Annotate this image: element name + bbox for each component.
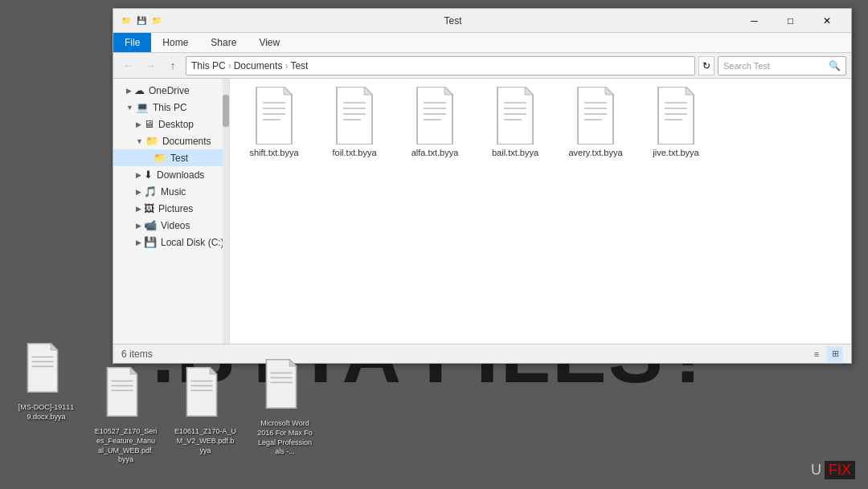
title-controls: ─ □ ✕ bbox=[736, 9, 845, 33]
svg-marker-13 bbox=[444, 87, 452, 95]
folder2-icon: 📁 bbox=[150, 14, 163, 27]
sidebar-label-desktop: Desktop bbox=[158, 119, 194, 130]
sidebar-label-downloads: Downloads bbox=[157, 169, 204, 181]
arrow-icon: ▶ bbox=[136, 171, 141, 179]
svg-marker-52 bbox=[289, 360, 296, 366]
music-icon: 🎵 bbox=[144, 185, 157, 198]
sidebar-item-pictures[interactable]: ▶ 🖼 Pictures bbox=[113, 200, 229, 217]
desktop-icon: 🖥 bbox=[144, 118, 154, 130]
thispc-icon: 💻 bbox=[136, 101, 149, 113]
arrow-icon: ▶ bbox=[136, 222, 141, 230]
search-box[interactable]: Search Test 🔍 bbox=[718, 56, 846, 75]
svg-marker-51 bbox=[266, 360, 296, 409]
bottom-file-item[interactable]: Microsoft Word2016 For Max FoLegal Profe… bbox=[251, 359, 319, 465]
sidebar-item-onedrive[interactable]: ▶ ☁ OneDrive bbox=[113, 82, 229, 99]
scrollbar-track[interactable] bbox=[223, 79, 229, 344]
files-area: shift.txt.byya foil.txt.byya bbox=[230, 79, 851, 344]
tab-file[interactable]: File bbox=[113, 33, 151, 52]
refresh-button[interactable]: ↻ bbox=[698, 56, 714, 75]
file-icon bbox=[329, 87, 380, 145]
sidebar: ▶ ☁ OneDrive ▼ 💻 This PC ▶ 🖥 Desktop ▼ 📁 bbox=[113, 79, 230, 344]
watermark: U FIX bbox=[811, 461, 855, 479]
file-item[interactable]: avery.txt.byya bbox=[559, 87, 632, 158]
videos-icon: 📹 bbox=[144, 219, 157, 231]
sidebar-item-downloads[interactable]: ▶ ⬇ Downloads bbox=[113, 166, 229, 183]
sidebar-item-localdisk[interactable]: ▶ 💾 Local Disk (C:) bbox=[113, 234, 229, 251]
file-name: avery.txt.byya bbox=[568, 147, 622, 158]
maximize-button[interactable]: □ bbox=[772, 9, 809, 33]
svg-marker-41 bbox=[107, 368, 137, 417]
title-bar: 📁 💾 📁 Test ─ □ ✕ bbox=[113, 9, 851, 33]
file-name: [MS-DOC]-191119.docx.byya bbox=[18, 403, 75, 422]
svg-marker-18 bbox=[497, 87, 533, 145]
file-icon bbox=[180, 367, 231, 425]
svg-marker-7 bbox=[364, 87, 372, 95]
bottom-file-item[interactable]: E10611_Z170-A_UM_V2_WEB.pdf.byya bbox=[171, 367, 240, 465]
bottom-file-item[interactable]: [MS-DOC]-191119.docx.byya bbox=[12, 343, 80, 465]
tab-view[interactable]: View bbox=[248, 33, 291, 52]
file-icon bbox=[489, 87, 541, 145]
address-bar[interactable]: This PC › Documents › Test bbox=[186, 56, 695, 75]
documents-icon: 📁 bbox=[145, 135, 158, 147]
svg-marker-36 bbox=[27, 344, 57, 393]
test-folder-icon: 📁 bbox=[154, 152, 166, 164]
downloads-icon: ⬇ bbox=[144, 169, 153, 181]
bottom-file-item[interactable]: E10527_Z170_Series_Feature_Manual_UM_WEB… bbox=[92, 367, 160, 465]
svg-marker-31 bbox=[686, 87, 694, 95]
arrow-icon: ▶ bbox=[136, 120, 141, 128]
minimize-button[interactable]: ─ bbox=[736, 9, 772, 33]
file-name: jive.txt.byya bbox=[653, 147, 698, 158]
search-icon: 🔍 bbox=[829, 60, 841, 71]
address-part1: This PC bbox=[191, 60, 226, 71]
search-placeholder: Search Test bbox=[723, 61, 770, 71]
arrow-icon: ▶ bbox=[126, 87, 132, 95]
file-name: E10611_Z170-A_UM_V2_WEB.pdf.byya bbox=[174, 427, 236, 455]
file-item[interactable]: bail.txt.byya bbox=[479, 87, 551, 158]
file-name: foil.txt.byya bbox=[332, 147, 376, 158]
sidebar-scroll: ▶ ☁ OneDrive ▼ 💻 This PC ▶ 🖥 Desktop ▼ 📁 bbox=[113, 82, 229, 344]
scrollbar-thumb[interactable] bbox=[223, 95, 229, 127]
close-button[interactable]: ✕ bbox=[809, 9, 845, 33]
pictures-icon: 🖼 bbox=[144, 202, 154, 214]
up-button[interactable]: ↑ bbox=[163, 56, 182, 75]
sidebar-label-documents: Documents bbox=[162, 136, 211, 147]
file-item[interactable]: alfa.txt.byya bbox=[399, 87, 471, 158]
svg-marker-19 bbox=[525, 87, 533, 95]
ribbon-tabs: File Home Share View bbox=[113, 33, 851, 52]
sidebar-item-videos[interactable]: ▶ 📹 Videos bbox=[113, 217, 229, 234]
onedrive-icon: ☁ bbox=[134, 84, 145, 96]
sidebar-item-test[interactable]: ▶ 📁 Test bbox=[113, 149, 229, 166]
toolbar: ← → ↑ This PC › Documents › Test ↻ Searc… bbox=[113, 53, 851, 79]
address-part2: Documents bbox=[234, 60, 283, 71]
tab-home[interactable]: Home bbox=[151, 33, 199, 52]
sidebar-label-onedrive: OneDrive bbox=[149, 85, 190, 96]
file-icon bbox=[248, 87, 300, 145]
svg-marker-1 bbox=[284, 87, 292, 95]
forward-button[interactable]: → bbox=[141, 56, 160, 75]
arrow-icon: ▼ bbox=[136, 137, 143, 145]
watermark-u: U bbox=[811, 462, 821, 479]
svg-marker-46 bbox=[186, 368, 216, 417]
svg-marker-24 bbox=[578, 87, 613, 145]
address-part3: Test bbox=[290, 60, 308, 71]
file-item[interactable]: shift.txt.byya bbox=[238, 87, 310, 158]
file-name: E10527_Z170_Series_Feature_Manual_UM_WEB… bbox=[95, 427, 158, 465]
file-item[interactable]: foil.txt.byya bbox=[318, 87, 391, 158]
arrow-icon: ▶ bbox=[136, 188, 141, 196]
sidebar-label-music: Music bbox=[161, 186, 186, 198]
list-view-button[interactable]: ≡ bbox=[809, 346, 825, 362]
window-title: Test bbox=[170, 15, 736, 26]
sidebar-item-desktop[interactable]: ▶ 🖥 Desktop bbox=[113, 116, 229, 132]
svg-marker-0 bbox=[256, 87, 292, 145]
grid-view-button[interactable]: ⊞ bbox=[827, 346, 843, 362]
file-item[interactable]: jive.txt.byya bbox=[640, 87, 712, 158]
sidebar-item-documents[interactable]: ▼ 📁 Documents bbox=[113, 132, 229, 149]
sidebar-item-music[interactable]: ▶ 🎵 Music bbox=[113, 183, 229, 200]
file-name: shift.txt.byya bbox=[249, 147, 298, 158]
content-area: ▶ ☁ OneDrive ▼ 💻 This PC ▶ 🖥 Desktop ▼ 📁 bbox=[113, 79, 851, 344]
sidebar-item-thispc[interactable]: ▼ 💻 This PC bbox=[113, 99, 229, 116]
back-button[interactable]: ← bbox=[118, 56, 137, 75]
arrow-icon: ▼ bbox=[126, 104, 133, 112]
file-icon bbox=[100, 367, 152, 425]
tab-share[interactable]: Share bbox=[199, 33, 248, 52]
